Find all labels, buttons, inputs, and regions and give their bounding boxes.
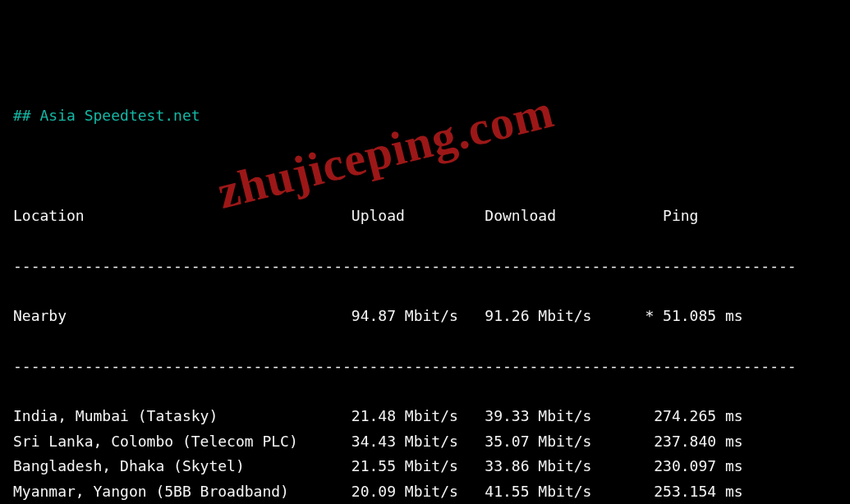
table-row: India, Mumbai (Tatasky)21.48 Mbit/s39.33…: [13, 404, 837, 429]
cell-location: Bangladesh, Dhaka (Skytel): [13, 454, 351, 479]
table-row: Myanmar, Yangon (5BB Broadband)20.09 Mbi…: [13, 479, 837, 505]
cell-ping: 237.840 ms: [618, 429, 743, 455]
table-row: Bangladesh, Dhaka (Skytel)21.55 Mbit/s33…: [13, 454, 837, 479]
cell-download: 39.33 Mbit/s: [485, 404, 618, 429]
header-upload: Upload: [351, 204, 485, 229]
nearby-download: 91.26 Mbit/s: [485, 304, 618, 329]
cell-ping: 274.265 ms: [618, 404, 743, 429]
nearby-ping: * 51.085 ms: [618, 304, 743, 329]
table-header: LocationUploadDownloadPing: [13, 204, 837, 229]
cell-upload: 21.55 Mbit/s: [351, 454, 485, 479]
blank-row: [13, 153, 837, 179]
nearby-row: Nearby94.87 Mbit/s91.26 Mbit/s* 51.085 m…: [13, 304, 837, 329]
table-row: Sri Lanka, Colombo (Telecom PLC)34.43 Mb…: [13, 429, 837, 455]
header-download: Download: [485, 204, 618, 229]
cell-ping: 253.154 ms: [618, 479, 743, 505]
cell-location: Sri Lanka, Colombo (Telecom PLC): [13, 429, 351, 455]
header-ping: Ping: [618, 204, 743, 229]
cell-location: Myanmar, Yangon (5BB Broadband): [13, 479, 351, 505]
cell-download: 41.55 Mbit/s: [485, 479, 618, 505]
nearby-upload: 94.87 Mbit/s: [351, 304, 485, 329]
cell-upload: 21.48 Mbit/s: [351, 404, 485, 429]
section-title: ## Asia Speedtest.net: [13, 103, 837, 129]
cell-location: India, Mumbai (Tatasky): [13, 404, 351, 429]
divider: ----------------------------------------…: [13, 254, 837, 279]
cell-ping: 230.097 ms: [618, 454, 743, 479]
cell-download: 35.07 Mbit/s: [485, 429, 618, 455]
cell-upload: 20.09 Mbit/s: [351, 479, 485, 505]
cell-download: 33.86 Mbit/s: [485, 454, 618, 479]
header-location: Location: [13, 204, 351, 229]
cell-upload: 34.43 Mbit/s: [351, 429, 485, 455]
nearby-location: Nearby: [13, 304, 351, 329]
divider: ----------------------------------------…: [13, 354, 837, 379]
